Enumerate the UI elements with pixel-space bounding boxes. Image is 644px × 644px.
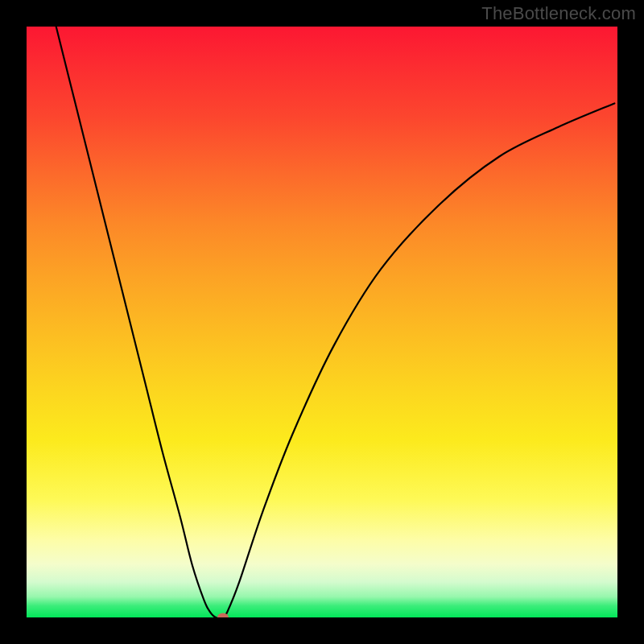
- curve-path: [56, 27, 615, 617]
- chart-frame: TheBottleneck.com: [0, 0, 644, 644]
- optimum-marker: [217, 613, 229, 618]
- plot-area: [27, 27, 617, 617]
- bottleneck-curve: [27, 27, 617, 617]
- watermark-text: TheBottleneck.com: [481, 3, 636, 24]
